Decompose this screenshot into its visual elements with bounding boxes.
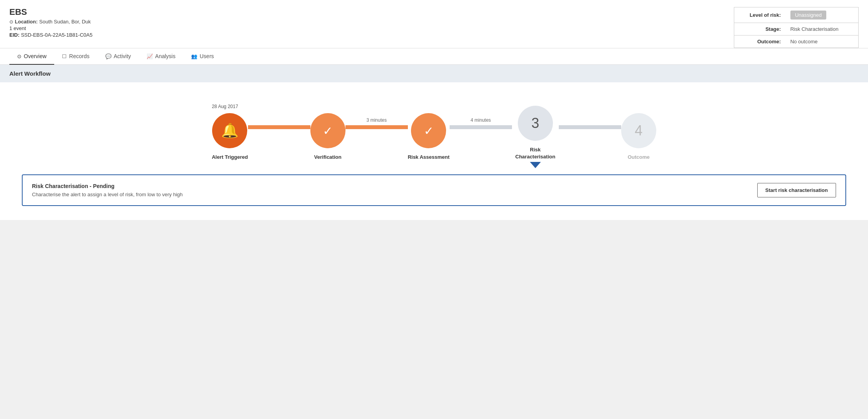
- pending-box: Risk Characterisation - Pending Characte…: [22, 174, 846, 206]
- bell-icon: 🔔: [221, 123, 239, 139]
- outcome-row: Outcome: No outcome: [734, 36, 858, 48]
- step-3-number: 3: [531, 115, 539, 131]
- step-outcome: 4 Outcome: [621, 113, 656, 161]
- step-4-number: 4: [635, 123, 643, 139]
- check-icon-2: ✓: [424, 124, 434, 138]
- pending-box-left: Risk Characterisation - Pending Characte…: [32, 183, 183, 197]
- alert-label: Alert Triggered: [212, 154, 248, 161]
- step-risk-assessment: ✓ Risk Assessment: [408, 113, 450, 161]
- level-of-risk-label: Level of risk:: [734, 7, 786, 23]
- tab-records[interactable]: ☐ Records: [54, 48, 97, 65]
- tab-activity-label: Activity: [114, 53, 131, 59]
- workflow-section: Alert Workflow 28 Aug 2017 🔔 Alert Trigg…: [0, 65, 868, 220]
- workflow-diagram: 28 Aug 2017 🔔 Alert Triggered ✓ Verifica…: [16, 94, 852, 168]
- location-icon: ⊙: [9, 19, 13, 25]
- pending-description: Characterise the alert to assign a level…: [32, 192, 183, 197]
- tab-users[interactable]: 👥 Users: [183, 48, 222, 65]
- activity-icon: 💬: [105, 53, 112, 59]
- workflow-header: Alert Workflow: [0, 65, 868, 82]
- risk-row: Level of risk: Unassigned: [734, 7, 858, 23]
- step-verification: ✓ Verification: [310, 113, 345, 161]
- tab-bar: ⊙ Overview ☐ Records 💬 Activity 📈 Analys…: [0, 48, 868, 65]
- analysis-icon: 📈: [147, 53, 153, 59]
- tab-activity[interactable]: 💬 Activity: [97, 48, 139, 65]
- outcome-value: No outcome: [786, 36, 858, 48]
- outcome-label: Outcome:: [734, 36, 786, 48]
- start-risk-characterisation-button[interactable]: Start risk characterisation: [757, 183, 836, 197]
- header-left: EBS ⊙ Location: South Sudan, Bor, Duk 1 …: [9, 7, 92, 44]
- page-header: EBS ⊙ Location: South Sudan, Bor, Duk 1 …: [0, 0, 868, 48]
- header-events: 1 event: [9, 25, 92, 31]
- risk-assessment-circle: ✓: [411, 113, 446, 148]
- alert-circle: 🔔: [212, 113, 247, 148]
- tab-records-label: Records: [69, 53, 89, 59]
- connector-2-label: 3 minutes: [367, 117, 387, 123]
- connector-2: 3 minutes: [345, 125, 408, 129]
- connector-3-label: 4 minutes: [471, 117, 491, 123]
- stage-value: Risk Characterisation: [786, 23, 858, 36]
- records-icon: ☐: [62, 53, 67, 59]
- risk-char-label: Risk Characterisation: [512, 146, 559, 160]
- tab-overview-label: Overview: [24, 53, 46, 59]
- tab-analysis[interactable]: 📈 Analysis: [139, 48, 183, 65]
- connector-4: [559, 125, 621, 129]
- workflow-body: 28 Aug 2017 🔔 Alert Triggered ✓ Verifica…: [0, 82, 868, 220]
- verification-label: Verification: [314, 154, 342, 161]
- connector-3: 4 minutes: [450, 125, 512, 129]
- step-risk-characterisation: 3 Risk Characterisation: [512, 106, 559, 168]
- overview-icon: ⊙: [17, 53, 21, 59]
- level-of-risk-value: Unassigned: [786, 7, 858, 23]
- stage-label: Stage:: [734, 23, 786, 36]
- pending-title: Risk Characterisation - Pending: [32, 183, 183, 189]
- main-content: Alert Workflow 28 Aug 2017 🔔 Alert Trigg…: [0, 65, 868, 220]
- users-icon: 👥: [191, 53, 197, 59]
- connector-1: [248, 125, 310, 129]
- check-icon-1: ✓: [323, 124, 333, 138]
- step-risk-char-inner: 3 Risk Characterisation: [512, 106, 559, 160]
- stage-row: Stage: Risk Characterisation: [734, 23, 858, 36]
- verification-circle: ✓: [310, 113, 345, 148]
- step-date: 28 Aug 2017: [212, 104, 238, 109]
- info-table: Level of risk: Unassigned Stage: Risk Ch…: [734, 7, 858, 48]
- header-eid: EID: SSD-EBS-0A-22A5-1B81-C0A5: [9, 32, 92, 38]
- tab-overview[interactable]: ⊙ Overview: [9, 48, 54, 65]
- outcome-circle: 4: [621, 113, 656, 148]
- risk-assessment-label: Risk Assessment: [408, 154, 450, 161]
- outcome-label: Outcome: [628, 154, 650, 161]
- step-alert-triggered: 28 Aug 2017 🔔 Alert Triggered: [212, 113, 248, 161]
- risk-char-circle: 3: [518, 106, 553, 141]
- header-location: ⊙ Location: South Sudan, Bor, Duk: [9, 19, 92, 25]
- info-panel: Level of risk: Unassigned Stage: Risk Ch…: [734, 7, 859, 48]
- unassigned-badge[interactable]: Unassigned: [790, 11, 827, 20]
- tab-analysis-label: Analysis: [155, 53, 175, 59]
- page-title: EBS: [9, 7, 92, 17]
- tab-users-label: Users: [200, 53, 214, 59]
- current-indicator: [530, 162, 541, 168]
